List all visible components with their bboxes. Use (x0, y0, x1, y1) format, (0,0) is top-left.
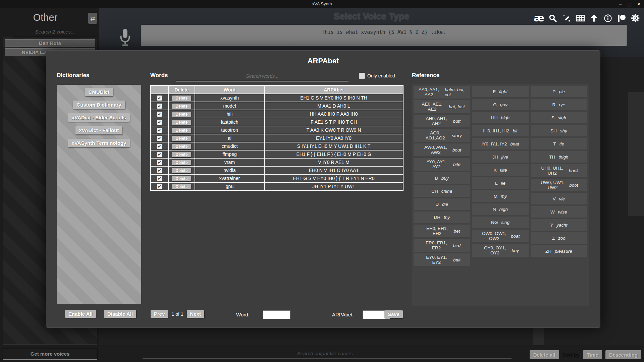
phoneme-code: Y (550, 223, 553, 228)
word-enabled-checkbox[interactable]: ✔ (157, 104, 162, 109)
delete-word-button[interactable]: Delete (172, 112, 191, 117)
voice-search-input[interactable] (13, 27, 97, 37)
phoneme-example: lie (501, 181, 505, 186)
delete-word-button[interactable]: Delete (172, 184, 191, 189)
dictionary-button[interactable]: xVASynth Terminology (68, 139, 130, 147)
reference-cell: Zzoo (531, 232, 587, 244)
word-enabled-checkbox[interactable]: ✔ (157, 96, 162, 101)
only-enabled-checkbox[interactable] (359, 73, 365, 79)
word-cell: tacotron (195, 126, 264, 134)
word-enabled-checkbox[interactable]: ✔ (157, 136, 162, 141)
phoneme-code: OW0, OW1, OW2 (481, 231, 507, 241)
close-button[interactable]: ✕ (637, 2, 641, 7)
word-enabled-checkbox[interactable]: ✔ (157, 112, 162, 117)
delete-word-button[interactable]: Delete (172, 96, 191, 101)
delete-word-button[interactable]: Delete (172, 160, 191, 165)
delete-all-button[interactable]: Delete all (530, 350, 559, 359)
modal-footer: Enable All Disable All Prev 1 of 1 Next … (46, 310, 600, 320)
header-band: Select Voice Type This is what xvasynth … (99, 8, 644, 57)
word-row: ✔DeletefastpitchF AE1 S T P IH0 T CH (151, 118, 403, 126)
dictionary-button[interactable]: Custom Dictionary (73, 101, 125, 109)
get-more-voices-button[interactable]: Get more voices (3, 348, 97, 360)
phoneme-code: AO0, AO1,AO2 (422, 130, 448, 140)
dictionary-button[interactable]: CMUDict (85, 88, 113, 96)
phoneme-example: zoo (558, 236, 566, 241)
word-cell: gpu (195, 182, 264, 190)
reference-cell: AH0, AH1, AH2butt (414, 115, 470, 127)
next-page-button[interactable]: Next (187, 310, 205, 318)
search-icon[interactable] (548, 13, 557, 23)
word-enabled-checkbox[interactable]: ✔ (157, 152, 162, 157)
prev-page-button[interactable]: Prev (151, 310, 168, 318)
batch-generation-icon[interactable] (576, 13, 585, 23)
reference-cell: IH0, IH1, IH2bit (472, 125, 528, 136)
delete-word-button[interactable]: Delete (172, 176, 191, 181)
phoneme-example: yacht (556, 223, 567, 228)
delete-word-button[interactable]: Delete (172, 136, 191, 141)
arpabet-cell: HH AA0 IH0 F AA0 IH0 (264, 110, 403, 118)
phoneme-example: story (452, 133, 462, 138)
word-enabled-checkbox[interactable]: ✔ (157, 144, 162, 149)
delete-word-button[interactable]: Delete (172, 128, 191, 133)
enable-all-button[interactable]: Enable All (65, 310, 96, 318)
minimize-button[interactable]: − (619, 2, 622, 7)
prompt-input[interactable]: This is what xvasynth {S AW1 N D Z} like… (141, 25, 627, 46)
delete-word-button[interactable]: Delete (172, 120, 191, 125)
plugins-icon[interactable] (562, 13, 571, 23)
word-enabled-checkbox[interactable]: ✔ (157, 184, 162, 189)
phoneme-code: UW0, UW1, UW2 (539, 180, 566, 190)
reference-cell: NGsing (472, 217, 528, 228)
phoneme-code: AH0, AH1, AH2 (423, 116, 449, 126)
phoneme-example: kite (500, 168, 507, 173)
reference-cell: Ppie (531, 86, 587, 97)
word-enabled-checkbox[interactable]: ✔ (157, 168, 162, 173)
words-search-input[interactable] (176, 73, 348, 81)
dictionary-button[interactable]: xVADict - Fallout (75, 126, 123, 134)
disable-all-button[interactable]: Disable All (104, 310, 136, 318)
reference-column: PpieRryeSsighSHshyTtieTHthighUH0, UH1, U… (531, 86, 587, 304)
word-field[interactable] (263, 310, 290, 319)
word-row: ✔DeletevramV IY0 R AE1 M (151, 158, 403, 166)
word-cell: ffmpeg (195, 150, 264, 158)
word-enabled-checkbox[interactable]: ✔ (157, 160, 162, 165)
phoneme-code: HH (491, 115, 498, 120)
phoneme-code: K (493, 168, 496, 173)
dictionary-button[interactable]: xVADict - Elder Scrolls (68, 113, 129, 122)
word-enabled-checkbox[interactable]: ✔ (157, 176, 162, 181)
swap-game-button[interactable]: ⇄ (88, 13, 97, 24)
update-arrow-icon[interactable] (589, 13, 599, 23)
word-enabled-checkbox[interactable]: ✔ (157, 120, 162, 125)
phoneme-example: die (442, 202, 448, 207)
only-enabled-toggle[interactable]: Only enabled (359, 73, 395, 79)
output-search-input[interactable] (143, 351, 512, 359)
settings-gear-icon[interactable] (631, 13, 640, 23)
word-row: ✔DeletexvasynthEH1 G S V EY0 IH0 S IH0 N… (151, 94, 403, 102)
app-window: xVA Synth − □ ✕ Other ⇄ Dan RutaNVIDIA L… (0, 0, 644, 362)
delete-word-button[interactable]: Delete (172, 168, 191, 173)
reference-cell: THthigh (531, 151, 587, 163)
phoneme-code: EH0, EH1, EH2 (424, 226, 450, 236)
maximize-button[interactable]: □ (628, 2, 632, 7)
microphone-icon[interactable] (119, 28, 131, 47)
sort-time-button[interactable]: Time (583, 350, 602, 359)
sort-descending-button[interactable]: Descending (605, 350, 641, 359)
patreon-icon[interactable] (617, 13, 626, 23)
word-enabled-checkbox[interactable]: ✔ (157, 128, 162, 133)
delete-word-button[interactable]: Delete (172, 144, 191, 149)
save-word-button[interactable]: Save (384, 310, 403, 318)
voice-button[interactable]: Dan Ruta (5, 39, 95, 47)
reference-cell: Bbuy (414, 172, 470, 184)
delete-word-button[interactable]: Delete (172, 152, 191, 157)
reference-column: FfightGguyHHhighIH0, IH1, IH2bitIY0, IY1… (472, 86, 528, 304)
info-icon[interactable] (603, 13, 612, 23)
reference-cell: OW0, OW1, OW2boat (472, 230, 528, 242)
phoneme-example: sigh (558, 115, 566, 120)
reference-cell: IY0, IY1, IY2beat (472, 138, 528, 149)
delete-word-button[interactable]: Delete (172, 104, 191, 109)
arpabet-menu-icon[interactable]: æ (534, 13, 544, 23)
reference-column: AA0, AA1, AA2balm, bot, cotAE0, AE1, AE2… (414, 86, 470, 304)
phoneme-example: nigh (499, 207, 508, 212)
word-row: ✔DeletehifiHH AA0 IH0 F AA0 IH0 (151, 110, 403, 118)
phoneme-example: buy (441, 176, 449, 181)
header-arpabet-col: ARPAbet (264, 85, 403, 94)
